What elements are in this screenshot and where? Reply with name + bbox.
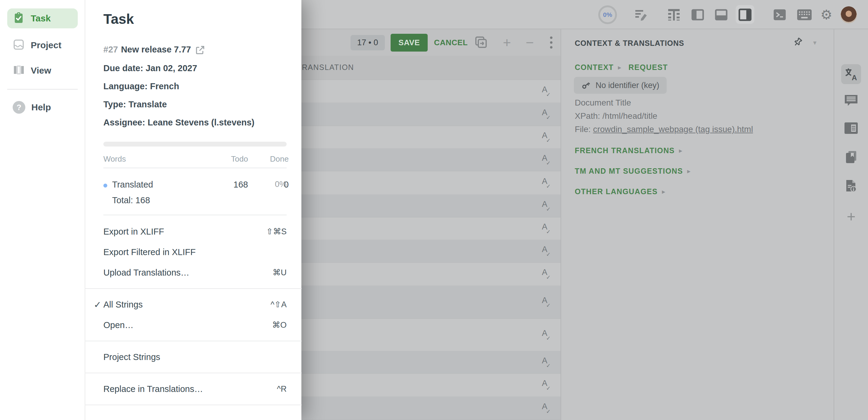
pin-panel-icon[interactable] <box>792 37 803 49</box>
section-french-translations[interactable]: FRENCH TRANSLATIONS▸ <box>575 146 682 155</box>
task-due-date: Due date: Jan 02, 2027 <box>103 63 197 73</box>
tab-request[interactable]: REQUEST <box>628 63 668 72</box>
task-language: Language: French <box>103 82 179 91</box>
spellcheck-icon[interactable]: A✓ <box>542 329 554 341</box>
menu-item-open[interactable]: Open…⌘O <box>85 315 302 335</box>
file-info-icon[interactable] <box>844 179 858 194</box>
spellcheck-icon[interactable]: A✓ <box>542 131 554 143</box>
add-panel-icon[interactable]: + <box>846 208 855 225</box>
spellcheck-icon[interactable]: A✓ <box>542 245 554 257</box>
task-name: New release 7.77 <box>121 44 191 55</box>
layout-bottom-panel-icon[interactable] <box>714 0 728 29</box>
sidebar-divider <box>7 89 78 90</box>
identifier-pill: No identifier (key) <box>574 77 667 94</box>
minus-icon[interactable]: − <box>523 29 536 56</box>
section-label: FRENCH TRANSLATIONS <box>575 146 675 155</box>
copy-source-icon[interactable] <box>473 29 488 56</box>
menu-divider <box>85 404 302 405</box>
task-progress-bar <box>103 142 287 147</box>
project-board-icon <box>13 38 25 52</box>
crowdin-editor-screen: 0% ⚙ <box>0 0 868 420</box>
tab-context[interactable]: CONTEXT <box>575 63 614 72</box>
section-other-languages[interactable]: OTHER LANGUAGES▸ <box>575 187 665 196</box>
external-link-icon[interactable] <box>195 45 205 56</box>
sidebar-item-label: Help <box>31 102 51 113</box>
menu-item-label: Open… <box>103 320 272 330</box>
console-icon[interactable] <box>772 0 787 29</box>
settings-gear-icon[interactable]: ⚙ <box>819 0 834 29</box>
menu-item-export-filtered-in-xliff[interactable]: Export Filtered in XLIFF <box>85 242 302 262</box>
menu-item-label: Export in XLIFF <box>103 227 266 237</box>
menu-item-replace-in-translations[interactable]: Replace in Translations…^R <box>85 379 302 399</box>
draft-compose-icon[interactable] <box>633 0 649 29</box>
section-tm-and-mt-suggestions[interactable]: TM AND MT SUGGESTIONS▸ <box>575 167 690 176</box>
menu-item-shortcut: ^R <box>277 384 287 394</box>
chevron-right-icon: ▸ <box>662 188 665 196</box>
menu-item-shortcut: ⌘O <box>272 320 287 330</box>
sidebar-item-task[interactable]: Task <box>7 8 78 28</box>
context-doc-title: Document Title <box>575 98 631 108</box>
context-xpath: XPath: /html/head/title <box>575 111 657 121</box>
menu-item-label: All Strings <box>103 300 271 310</box>
spellcheck-icon[interactable]: A✓ <box>542 200 554 212</box>
menu-item-label: Upload Translations… <box>103 268 273 278</box>
translation-progress-ring[interactable]: 0% <box>598 0 617 29</box>
spellcheck-icon[interactable]: A✓ <box>542 379 554 391</box>
save-button[interactable]: SAVE <box>391 29 428 56</box>
svg-text:A: A <box>852 73 857 82</box>
spellcheck-icon[interactable]: A✓ <box>542 85 554 97</box>
help-icon: ? <box>13 101 25 114</box>
layout-left-panel-icon[interactable] <box>691 0 705 29</box>
article-icon[interactable] <box>844 121 859 135</box>
plus-icon[interactable]: + <box>500 29 514 56</box>
spellcheck-icon[interactable]: A✓ <box>542 177 554 189</box>
sidebar-item-label: Project <box>31 40 61 50</box>
chevron-right-icon: ▸ <box>679 147 682 155</box>
sidebar-item-project[interactable]: Project <box>7 35 78 55</box>
cancel-button[interactable]: CANCEL <box>434 29 468 56</box>
progress-percent: 0% <box>603 11 612 19</box>
spellcheck-icon[interactable]: A✓ <box>542 356 554 368</box>
string-counter-badge: 17 • 0 <box>350 29 385 56</box>
chevron-right-icon: ▸ <box>618 64 621 71</box>
menu-divider <box>85 341 302 341</box>
spellcheck-icon[interactable]: A✓ <box>542 402 554 414</box>
panel-dropdown-caret-icon[interactable]: ▾ <box>813 39 816 47</box>
section-label: TM AND MT SUGGESTIONS <box>575 167 683 176</box>
task-type: Type: Translate <box>103 99 167 110</box>
sidebar-item-view[interactable]: View <box>7 61 78 81</box>
more-options-kebab-icon[interactable] <box>546 29 556 56</box>
menu-item-upload-translations[interactable]: Upload Translations…⌘U <box>85 262 302 283</box>
sidebar-item-label: Task <box>31 13 51 24</box>
task-clipboard-icon <box>13 12 25 25</box>
spellcheck-icon[interactable]: A✓ <box>542 109 554 120</box>
layout-right-panel-icon[interactable] <box>738 0 752 29</box>
task-id: #27 <box>103 44 118 55</box>
spellcheck-icon[interactable]: A✓ <box>542 223 554 235</box>
sidebar-item-label: View <box>31 65 51 76</box>
menu-item-label: Replace in Translations… <box>103 384 277 394</box>
keyboard-icon[interactable] <box>797 0 812 29</box>
sidebar-item-help[interactable]: ?Help <box>7 97 78 117</box>
words-total: Total: 168 <box>112 196 150 205</box>
words-table-header: Words Todo Done <box>103 154 287 164</box>
comments-icon[interactable] <box>844 93 859 107</box>
menu-item-export-in-xliff[interactable]: Export in XLIFF⇧⌘S <box>85 221 302 242</box>
file-link[interactable]: crowdin_sample_webpage (tag issue).html <box>593 124 753 134</box>
menu-divider <box>85 373 302 373</box>
user-avatar[interactable] <box>840 0 857 29</box>
menu-divider <box>85 288 302 289</box>
key-icon <box>581 81 591 90</box>
table-view-icon[interactable] <box>666 0 682 29</box>
context-panel-title: CONTEXT & TRANSLATIONS <box>575 39 684 48</box>
menu-item-shortcut: ⇧⌘S <box>266 227 287 236</box>
section-label: OTHER LANGUAGES <box>575 187 658 196</box>
task-flyout-panel: Task #27 New release 7.77 Due date: Jan … <box>85 0 301 420</box>
translate-panel-icon[interactable]: A <box>841 64 861 84</box>
spellcheck-icon[interactable]: A✓ <box>542 296 554 308</box>
spellcheck-icon[interactable]: A✓ <box>542 268 554 280</box>
menu-item-all-strings[interactable]: ✓All Strings^⇧A <box>85 294 302 315</box>
menu-item-project-strings[interactable]: Project Strings <box>85 347 302 367</box>
spellcheck-icon[interactable]: A✓ <box>542 154 554 166</box>
glossary-book-icon[interactable] <box>844 150 859 164</box>
